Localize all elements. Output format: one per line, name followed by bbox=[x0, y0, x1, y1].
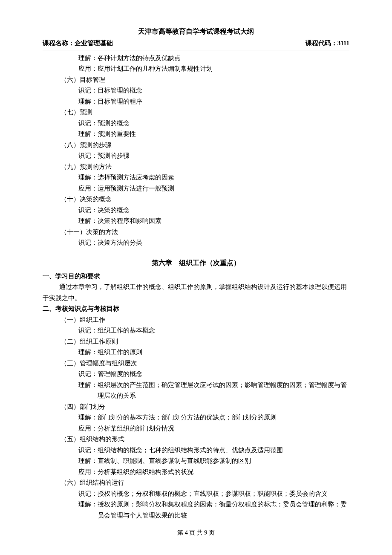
line: 识记：管理幅度的概念 bbox=[43, 369, 349, 380]
outline-item: （十）决策的概念 bbox=[43, 194, 349, 205]
line: 识记：目标管理的概念 bbox=[43, 85, 349, 96]
outline-item: （六）组织结构的运行 bbox=[43, 477, 349, 489]
outline-item: （九）预测的方法 bbox=[43, 162, 349, 173]
content-body: 理解：各种计划方法的特点及优缺点 应用：应用计划工作的几种方法编制常规性计划 （… bbox=[43, 53, 349, 521]
outline-item: （一）组织工作 bbox=[43, 315, 349, 326]
line: 识记：授权的概念；分权和集权的概念；直线职权；参谋职权；职能职权；委员会的含义 bbox=[43, 489, 349, 500]
line: 识记：决策方法的分类 bbox=[43, 237, 349, 249]
section-heading: 一、学习目的和要求 bbox=[43, 271, 349, 282]
paragraph: 通过本章学习，了解组织工作的概念、组织工作的原则，掌握组织结构设计及运行的基本原… bbox=[43, 282, 349, 304]
line: 理解：预测的重要性 bbox=[43, 129, 349, 140]
line: 理解：目标管理的程序 bbox=[43, 96, 349, 107]
line: 识记：组织结构的概念；七种的组织结构形式的特点、优缺点及适用范围 bbox=[43, 445, 349, 456]
line: 识记：预测的概念 bbox=[43, 118, 349, 129]
page: 天津市高等教育自学考试课程考试大纲 课程名称：企业管理基础 课程代码：3111 … bbox=[0, 0, 392, 555]
document-title: 天津市高等教育自学考试课程考试大纲 bbox=[43, 26, 349, 37]
outline-item: （六）目标管理 bbox=[43, 75, 349, 86]
outline-item: （五）组织结构的形式 bbox=[43, 434, 349, 445]
course-code: 课程代码：3111 bbox=[306, 38, 349, 49]
line: 应用：运用预测方法进行一般预测 bbox=[43, 183, 349, 194]
line: 识记：预测的步骤 bbox=[43, 150, 349, 162]
section-heading: 二、考核知识点与考核目标 bbox=[43, 304, 349, 315]
line: 理解：组织层次的产生范围；确定管理层次应考试的因素；影响管理幅度的因素；管理幅度… bbox=[43, 380, 349, 402]
line: 识记：组织工作的基本概念 bbox=[43, 325, 349, 336]
line: 理解：各种计划方法的特点及优缺点 bbox=[43, 53, 349, 64]
header-line: 课程名称：企业管理基础 课程代码：3111 bbox=[43, 38, 349, 50]
line: 理解：直线制、职能制、直线参谋制与直线职能参谋制的区别 bbox=[43, 456, 349, 467]
line: 应用：分析某组织的部门划分情况 bbox=[43, 423, 349, 434]
chapter-title: 第六章 组织工作（次重点） bbox=[43, 257, 349, 269]
outline-item: （二）组织工作原则 bbox=[43, 336, 349, 347]
outline-item: （四）部门划分 bbox=[43, 402, 349, 413]
outline-item: （三）管理幅度与组织层次 bbox=[43, 358, 349, 369]
outline-item: （七）预测 bbox=[43, 107, 349, 118]
line: 应用：应用计划工作的几种方法编制常规性计划 bbox=[43, 64, 349, 75]
line: 理解：组织工作的原则 bbox=[43, 347, 349, 358]
page-footer: 第 4 页 共 9 页 bbox=[0, 528, 392, 538]
line: 理解：决策的程序和影响因素 bbox=[43, 216, 349, 227]
line: 应用：分析某组织的组织结构形式的状况 bbox=[43, 467, 349, 478]
line: 理解：授权的原则；影响分权和集权程度的因素；衡量分权程度的标志；委员会管理的利弊… bbox=[43, 499, 349, 521]
outline-item: （八）预测的步骤 bbox=[43, 140, 349, 151]
line: 理解：部门划分的基本方法；部门划分方法的优缺点；部门划分的原则 bbox=[43, 412, 349, 423]
line: 理解：选择预测方法应考虑的因素 bbox=[43, 172, 349, 183]
outline-item: （十一）决策的方法 bbox=[43, 227, 349, 238]
line: 识记：决策的概念 bbox=[43, 205, 349, 216]
course-name: 课程名称：企业管理基础 bbox=[43, 38, 113, 49]
